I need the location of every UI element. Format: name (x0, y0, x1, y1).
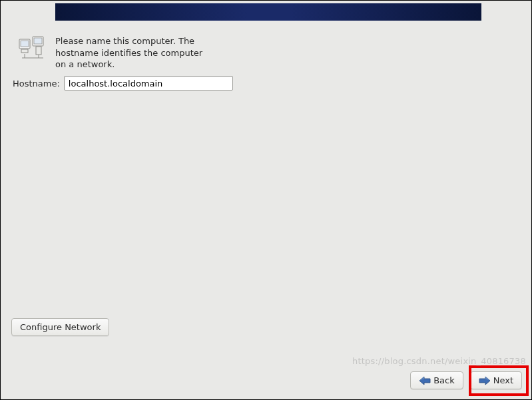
svg-rect-5 (36, 47, 41, 55)
configure-network-button[interactable]: Configure Network (11, 318, 109, 336)
intro-text: Please name this computer. The hostname … (55, 35, 215, 71)
configure-network-label: Configure Network (20, 322, 101, 332)
header-banner (55, 3, 481, 21)
next-label: Next (493, 375, 513, 385)
svg-rect-4 (34, 38, 42, 44)
hostname-row: Hostname: (13, 76, 233, 91)
intro-row: Please name this computer. The hostname … (18, 35, 215, 71)
next-button[interactable]: Next (470, 371, 522, 389)
hostname-label: Hostname: (13, 79, 60, 89)
arrow-left-icon (419, 376, 431, 385)
back-label: Back (433, 375, 455, 385)
arrow-right-icon (479, 376, 491, 385)
hostname-input[interactable] (64, 76, 233, 91)
computer-network-icon (18, 35, 47, 61)
watermark-text: https://blog.csdn.net/weixin_40816738 (352, 356, 526, 366)
nav-button-row: Back Next (410, 371, 522, 389)
back-button[interactable]: Back (410, 371, 463, 389)
svg-rect-1 (21, 41, 29, 47)
svg-rect-2 (21, 49, 28, 53)
